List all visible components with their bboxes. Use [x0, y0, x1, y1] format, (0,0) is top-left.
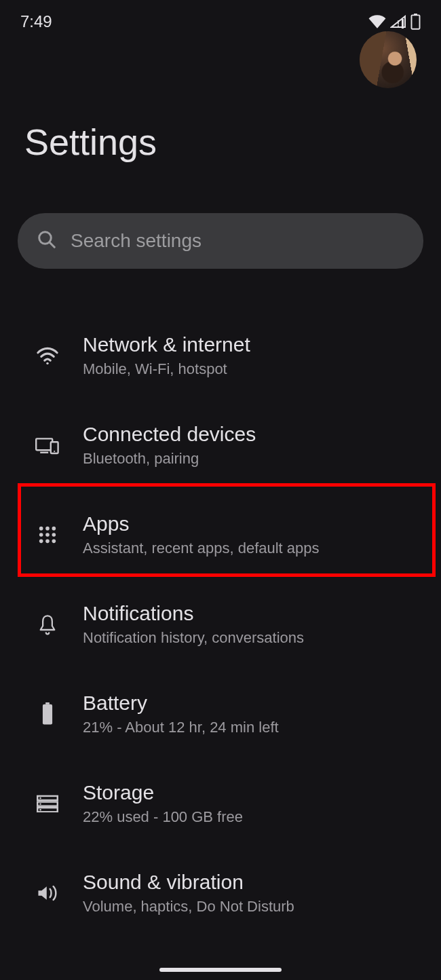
setting-subtitle: Notification history, conversations	[83, 629, 304, 647]
setting-item-notifications[interactable]: Notifications Notification history, conv…	[0, 580, 441, 669]
battery-icon	[33, 702, 62, 725]
svg-point-18	[45, 540, 50, 544]
setting-title: Network & internet	[83, 333, 250, 356]
search-bar[interactable]	[18, 213, 423, 269]
setting-subtitle: Mobile, Wi-Fi, hotspot	[83, 360, 250, 378]
page-title: Settings	[24, 121, 417, 163]
setting-subtitle: Volume, haptics, Do Not Disturb	[83, 898, 294, 916]
svg-point-13	[52, 527, 56, 531]
setting-title: Apps	[83, 512, 320, 535]
svg-point-10	[54, 451, 55, 452]
setting-item-network[interactable]: Network & internet Mobile, Wi-Fi, hotspo…	[0, 311, 441, 400]
wifi-status-icon	[368, 15, 386, 29]
setting-title: Notifications	[83, 602, 304, 625]
profile-avatar[interactable]	[360, 31, 417, 88]
setting-subtitle: Assistant, recent apps, default apps	[83, 540, 320, 557]
svg-point-15	[45, 533, 50, 537]
svg-point-16	[52, 533, 56, 537]
setting-title: Storage	[83, 781, 243, 804]
svg-point-26	[39, 803, 41, 804]
svg-rect-21	[43, 704, 52, 725]
setting-subtitle: 22% used - 100 GB free	[83, 808, 243, 826]
svg-point-6	[46, 362, 48, 364]
setting-item-storage[interactable]: Storage 22% used - 100 GB free	[0, 759, 441, 848]
setting-title: Sound & vibration	[83, 871, 294, 894]
svg-point-27	[39, 809, 41, 810]
svg-point-12	[45, 527, 50, 531]
home-indicator[interactable]	[159, 968, 282, 972]
status-time: 7:49	[20, 12, 52, 31]
setting-subtitle: Bluetooth, pairing	[83, 450, 256, 468]
sound-icon	[33, 884, 62, 903]
svg-line-5	[50, 242, 55, 248]
setting-item-sound[interactable]: Sound & vibration Volume, haptics, Do No…	[0, 848, 441, 938]
status-icons: !	[368, 14, 421, 30]
svg-rect-3	[412, 15, 420, 29]
setting-item-connected-devices[interactable]: Connected devices Bluetooth, pairing	[0, 400, 441, 490]
status-bar: 7:49 !	[0, 0, 441, 31]
svg-rect-7	[36, 438, 52, 450]
svg-rect-20	[45, 702, 50, 704]
svg-point-17	[39, 540, 43, 544]
setting-title: Connected devices	[83, 423, 256, 446]
svg-point-11	[39, 527, 43, 531]
search-input[interactable]	[71, 230, 404, 252]
search-icon	[37, 229, 57, 252]
svg-text:!: !	[397, 19, 400, 29]
svg-point-19	[52, 540, 56, 544]
wifi-icon	[33, 347, 62, 364]
svg-point-14	[39, 533, 43, 537]
svg-point-25	[39, 797, 41, 799]
bell-icon	[33, 614, 62, 635]
battery-status-icon	[410, 14, 421, 30]
settings-list: Network & internet Mobile, Wi-Fi, hotspo…	[0, 311, 441, 938]
apps-icon	[33, 525, 62, 544]
setting-subtitle: 21% - About 12 hr, 24 min left	[83, 719, 279, 736]
setting-item-apps[interactable]: Apps Assistant, recent apps, default app…	[0, 490, 441, 580]
storage-icon	[33, 795, 62, 812]
setting-item-battery[interactable]: Battery 21% - About 12 hr, 24 min left	[0, 669, 441, 759]
devices-icon	[33, 436, 62, 455]
signal-status-icon: !	[390, 15, 406, 29]
setting-title: Battery	[83, 692, 279, 715]
svg-rect-0	[402, 19, 404, 29]
